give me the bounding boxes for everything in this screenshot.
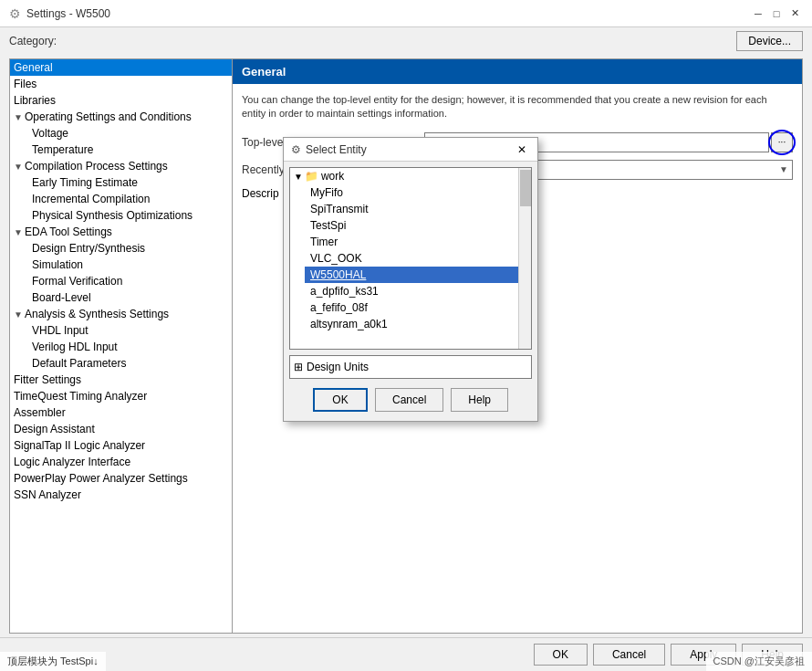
- sidebar-group-operating: ▼ Operating Settings and Conditions Volt…: [10, 109, 232, 158]
- sidebar-item-verilog[interactable]: Verilog HDL Input: [28, 339, 232, 355]
- sidebar-item-board-level[interactable]: Board-Level: [28, 289, 232, 306]
- watermark: CSDN @江安吴彦祖: [706, 652, 812, 671]
- tree-item-dpfifo[interactable]: a_dpfifo_ks31: [305, 283, 531, 299]
- sidebar-item-files[interactable]: Files: [10, 76, 232, 92]
- category-label: Category:: [9, 35, 57, 47]
- design-units-area: ⊞ Design Units: [289, 355, 532, 379]
- sidebar-item-logic-analyzer[interactable]: Logic Analyzer Interface: [10, 454, 232, 470]
- expand-icon-4: ▼: [14, 309, 25, 320]
- modal-cancel-button[interactable]: Cancel: [375, 388, 443, 412]
- info-text: You can change the top-level entity for …: [242, 93, 793, 121]
- sidebar-item-design-assistant[interactable]: Design Assistant: [10, 421, 232, 437]
- title-controls: ─ □ ✕: [750, 5, 803, 22]
- tree-children: MyFifo SpiTransmit TestSpi Timer VLC_OOK…: [290, 184, 531, 332]
- expand-icon-root: ▼: [294, 172, 303, 182]
- expand-icon: ▼: [14, 112, 25, 122]
- browse-icon: ···: [778, 137, 786, 147]
- tree-root[interactable]: ▼ 📁 work: [290, 168, 531, 184]
- sidebar-item-formal-verification[interactable]: Formal Verification: [28, 273, 232, 289]
- sidebar-item-vhdl[interactable]: VHDL Input: [28, 322, 232, 339]
- sidebar-item-libraries[interactable]: Libraries: [10, 92, 232, 109]
- sidebar-item-voltage[interactable]: Voltage: [28, 125, 232, 142]
- modal-title-icon: ⚙: [291, 143, 301, 156]
- sidebar-item-general[interactable]: General: [10, 59, 232, 76]
- tree-item-w5500hal[interactable]: W5500HAL: [305, 267, 531, 283]
- dropdown-arrow: ▼: [779, 164, 788, 174]
- sidebar-item-analysis[interactable]: ▼ Analysis & Synthesis Settings: [10, 306, 232, 322]
- minimize-button[interactable]: ─: [750, 5, 766, 22]
- entity-tree[interactable]: ▼ 📁 work MyFifo SpiTransmit TestSpi Time…: [289, 167, 532, 350]
- tree-item-fefifo[interactable]: a_fefifo_08f: [305, 299, 531, 316]
- sidebar: General Files Libraries ▼ Operating Sett…: [9, 58, 233, 634]
- sidebar-item-fitter[interactable]: Fitter Settings: [10, 372, 232, 388]
- modal-content: ▼ 📁 work MyFifo SpiTransmit TestSpi Time…: [284, 162, 537, 421]
- modal-title-left: ⚙ Select Entity: [291, 143, 367, 156]
- sidebar-item-temperature[interactable]: Temperature: [28, 142, 232, 158]
- design-units-label: Design Units: [307, 361, 369, 373]
- sidebar-children-analysis: VHDL Input Verilog HDL Input Default Par…: [10, 322, 232, 372]
- modal-ok-button[interactable]: OK: [313, 388, 368, 412]
- sidebar-group-analysis: ▼ Analysis & Synthesis Settings VHDL Inp…: [10, 306, 232, 372]
- expand-icon-2: ▼: [14, 162, 25, 172]
- sidebar-item-assembler[interactable]: Assembler: [10, 404, 232, 421]
- sidebar-item-signaltap[interactable]: SignalTap II Logic Analyzer: [10, 437, 232, 454]
- design-units-icon: ⊞: [294, 361, 303, 373]
- tree-item-spitransmit[interactable]: SpiTransmit: [305, 201, 531, 217]
- sidebar-item-early-timing[interactable]: Early Timing Estimate: [28, 174, 232, 191]
- sidebar-children-operating: Voltage Temperature: [10, 125, 232, 158]
- tree-item-vlcook[interactable]: VLC_OOK: [305, 250, 531, 267]
- sidebar-item-compilation[interactable]: ▼ Compilation Process Settings: [10, 158, 232, 174]
- window-title: Settings - W5500: [26, 7, 110, 20]
- sidebar-item-design-entry[interactable]: Design Entry/Synthesis: [28, 240, 232, 257]
- cancel-button[interactable]: Cancel: [593, 644, 665, 666]
- tree-item-altsynram[interactable]: altsynram_a0k1: [305, 316, 531, 332]
- tree-item-testspi[interactable]: TestSpi: [305, 217, 531, 234]
- sidebar-label-compilation: Compilation Process Settings: [25, 160, 168, 173]
- folder-icon-root: 📁: [305, 170, 318, 183]
- expand-icon-3: ▼: [14, 227, 25, 237]
- sidebar-item-powerplay[interactable]: PowerPlay Power Analyzer Settings: [10, 470, 232, 487]
- tree-item-timer[interactable]: Timer: [305, 234, 531, 250]
- tree-root-label: work: [321, 170, 344, 183]
- modal-close-button[interactable]: ✕: [514, 142, 530, 158]
- tree-item-myfifo[interactable]: MyFifo: [305, 184, 531, 201]
- ok-button[interactable]: OK: [534, 644, 588, 666]
- sidebar-item-incremental[interactable]: Incremental Compilation: [28, 191, 232, 207]
- browse-button[interactable]: ···: [771, 132, 793, 152]
- scrollbar-thumb[interactable]: [520, 170, 531, 206]
- sidebar-item-eda[interactable]: ▼ EDA Tool Settings: [10, 224, 232, 240]
- modal-title-bar: ⚙ Select Entity ✕: [284, 138, 537, 162]
- bottom-bar: OK Cancel Apply Help: [0, 637, 812, 671]
- sidebar-label-analysis: Analysis & Synthesis Settings: [25, 308, 169, 320]
- sidebar-label-operating: Operating Settings and Conditions: [25, 110, 192, 123]
- title-bar: ⚙ Settings - W5500 ─ □ ✕: [0, 0, 812, 27]
- select-entity-modal[interactable]: ⚙ Select Entity ✕ ▼ 📁 work MyFifo SpiTra…: [283, 137, 538, 422]
- sidebar-item-operating[interactable]: ▼ Operating Settings and Conditions: [10, 109, 232, 125]
- bottom-info: 顶层模块为 TestSpi↓: [0, 652, 106, 671]
- desc-label: Descrip: [242, 187, 279, 200]
- sidebar-group-compilation: ▼ Compilation Process Settings Early Tim…: [10, 158, 232, 224]
- modal-help-button[interactable]: Help: [451, 388, 508, 412]
- sidebar-label-eda: EDA Tool Settings: [25, 225, 112, 238]
- close-button[interactable]: ✕: [786, 5, 803, 22]
- sidebar-item-timequest[interactable]: TimeQuest Timing Analyzer: [10, 388, 232, 404]
- sidebar-item-ssn[interactable]: SSN Analyzer: [10, 487, 232, 503]
- modal-title-text: Select Entity: [306, 143, 367, 156]
- modal-buttons: OK Cancel Help: [289, 384, 532, 415]
- device-button[interactable]: Device...: [736, 31, 803, 51]
- sidebar-item-simulation[interactable]: Simulation: [28, 257, 232, 273]
- panel-header: General: [233, 59, 802, 84]
- scrollbar-track[interactable]: [518, 168, 531, 349]
- sidebar-children-compilation: Early Timing Estimate Incremental Compil…: [10, 174, 232, 224]
- sidebar-item-default-params[interactable]: Default Parameters: [28, 355, 232, 372]
- maximize-button[interactable]: □: [768, 5, 785, 22]
- sidebar-item-physical-synthesis[interactable]: Physical Synthesis Optimizations: [28, 207, 232, 224]
- window-icon: ⚙: [9, 6, 21, 21]
- sidebar-group-eda: ▼ EDA Tool Settings Design Entry/Synthes…: [10, 224, 232, 306]
- sidebar-children-eda: Design Entry/Synthesis Simulation Formal…: [10, 240, 232, 306]
